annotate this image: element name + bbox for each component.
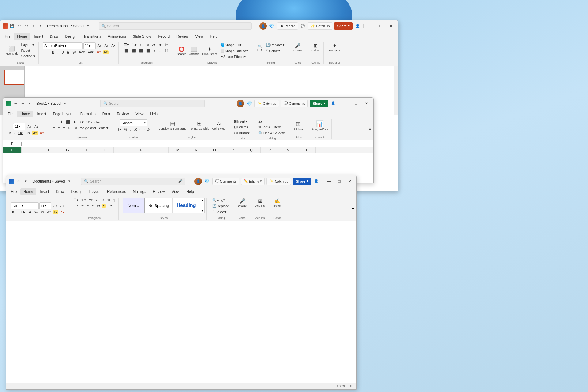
word-menu-insert[interactable]: Insert xyxy=(37,188,52,195)
ppt-columns-btn[interactable]: ⫴▾ xyxy=(164,42,169,47)
excel-col-D[interactable]: D xyxy=(3,147,22,153)
ppt-reset-btn[interactable]: Reset xyxy=(20,48,37,53)
present-quick-btn[interactable]: ▷ xyxy=(30,23,36,29)
word-minimize-btn[interactable]: — xyxy=(325,178,333,185)
ppt-align-center-btn[interactable]: ⬛ xyxy=(130,48,137,53)
excel-col-J[interactable]: J xyxy=(114,147,132,153)
ppt-line-spacing-btn[interactable]: ↕▾ xyxy=(157,42,163,47)
excel-title-dropdown[interactable]: ▾ xyxy=(62,100,68,107)
excel-more-btn[interactable]: ▾ xyxy=(27,100,33,107)
ppt-menu-animations[interactable]: Animations xyxy=(105,33,129,40)
excel-menu-insert[interactable]: Insert xyxy=(34,111,49,117)
ppt-text-dir-btn[interactable]: ↕ xyxy=(153,48,157,53)
ppt-menu-insert[interactable]: Insert xyxy=(31,33,46,40)
excel-addins-btn[interactable]: ⊞ Add-ins xyxy=(292,119,304,131)
ppt-shadow-btn[interactable]: S² xyxy=(71,50,77,55)
word-user-avatar[interactable]: 👤 xyxy=(194,178,202,185)
word-menu-home[interactable]: Home xyxy=(20,188,36,195)
excel-wrap-btn[interactable]: Wrap Text xyxy=(85,120,103,125)
word-align-left-btn[interactable]: ≡ xyxy=(75,204,80,209)
excel-merge-btn[interactable]: Merge and Center ▾ xyxy=(78,125,110,130)
ppt-bullets-btn[interactable]: ☰▾ xyxy=(123,42,130,47)
excel-font-color-btn[interactable]: A▾ xyxy=(39,130,45,136)
undo-quick-btn[interactable]: ↩ xyxy=(16,23,22,29)
ppt-menu-view[interactable]: View xyxy=(192,33,206,40)
excel-analyze-btn[interactable]: 📊 Analyze Data xyxy=(311,119,330,131)
word-styles-up-btn[interactable]: ▲ xyxy=(201,198,204,202)
excel-share-btn[interactable]: Share ▾ xyxy=(310,100,328,107)
excel-indent-inc-btn[interactable]: ⇥ xyxy=(73,125,78,130)
word-indent-dec-btn[interactable]: ⇤ xyxy=(95,198,100,203)
excel-col-S[interactable]: S xyxy=(279,147,297,153)
word-style-nospacing[interactable]: No Spacing xyxy=(145,198,173,213)
ppt-dictate-btn[interactable]: 🎤 Dictate xyxy=(292,42,303,53)
word-font-size[interactable]: 11 ▾ xyxy=(39,202,51,209)
ppt-bold-btn[interactable]: B xyxy=(51,50,56,55)
excel-fill-btn[interactable]: A▾ xyxy=(32,131,38,135)
ppt-smart-art-btn[interactable]: ⟦⟧ xyxy=(164,48,169,53)
excel-maximize-btn[interactable]: □ xyxy=(352,100,360,107)
word-sort-btn[interactable]: ⇅ xyxy=(106,198,111,203)
ppt-layout-btn[interactable]: Layout ▾ xyxy=(20,42,37,47)
ppt-para-spacing-btn[interactable]: ≡▾ xyxy=(150,42,156,47)
excel-col-L[interactable]: L xyxy=(150,147,169,153)
word-font-selector[interactable]: Aptos ▾ xyxy=(11,202,39,209)
excel-menu-file[interactable]: File xyxy=(5,111,17,117)
excel-angle-btn[interactable]: ↗▾ xyxy=(78,119,85,125)
excel-user-avatar[interactable]: 👤 xyxy=(237,100,244,107)
excel-col-T[interactable]: T xyxy=(297,147,316,153)
word-menu-view[interactable]: View xyxy=(169,188,183,195)
excel-col-R[interactable]: R xyxy=(261,147,279,153)
excel-format-btn[interactable]: ⚙ Format ▾ xyxy=(233,130,251,136)
ppt-spacing-btn[interactable]: AV▾ xyxy=(77,50,86,55)
redo-quick-btn[interactable]: ↪ xyxy=(23,23,29,29)
ppt-case-btn[interactable]: Aa▾ xyxy=(87,50,95,55)
word-align-center-btn[interactable]: ≡ xyxy=(80,204,85,209)
word-inc-font-btn[interactable]: A↑ xyxy=(52,203,58,208)
excel-close-btn[interactable]: ✕ xyxy=(362,100,371,107)
excel-format-table-btn[interactable]: ⊞ Format as Table xyxy=(188,119,210,131)
word-comments-btn[interactable]: 💬 Comments xyxy=(212,178,239,185)
word-menu-layout[interactable]: Layout xyxy=(86,188,104,195)
word-styles-scroll[interactable]: ▲ ▼ xyxy=(200,198,205,213)
ppt-menu-transitions[interactable]: Transitions xyxy=(80,33,104,40)
word-indent-inc-btn[interactable]: ⇥ xyxy=(100,198,106,203)
excel-col-K[interactable]: K xyxy=(132,147,150,153)
excel-comma-btn[interactable]: , xyxy=(129,127,133,132)
ppt-text-align2-btn[interactable]: ↔ xyxy=(157,48,163,53)
word-title-dropdown[interactable]: ▾ xyxy=(66,178,72,184)
word-dictate-btn[interactable]: 🎤 Dictate xyxy=(237,198,248,208)
word-menu-help[interactable]: Help xyxy=(183,188,197,195)
word-menu-draw[interactable]: Draw xyxy=(53,188,67,195)
excel-redo-btn[interactable]: ↪ xyxy=(20,100,26,107)
ppt-menu-record[interactable]: Record xyxy=(155,33,173,40)
word-align-right-btn[interactable]: ≡ xyxy=(85,204,90,209)
ppt-record-btn[interactable]: ⏺ Record xyxy=(277,22,298,30)
ppt-menu-design[interactable]: Design xyxy=(62,33,79,40)
excel-search-box[interactable]: 🔍 Search xyxy=(100,100,205,107)
word-menu-review[interactable]: Review xyxy=(150,188,168,195)
word-highlight-btn[interactable]: A▾ xyxy=(53,210,58,214)
excel-person-icon[interactable]: 👤 xyxy=(330,100,336,107)
ppt-shape-fill-btn[interactable]: 🪣 Shape Fill ▾ xyxy=(219,42,249,47)
ppt-maximize-btn[interactable]: □ xyxy=(376,23,385,29)
ppt-quick-styles-btn[interactable]: ✦ Quick Styles xyxy=(201,46,219,56)
word-addins-btn[interactable]: ⊞ Add-ins xyxy=(254,198,266,208)
word-person-icon[interactable]: 👤 xyxy=(313,178,319,184)
excel-minimize-btn[interactable]: — xyxy=(341,100,350,107)
word-copilot-icon[interactable]: 💎 xyxy=(204,178,210,185)
excel-mid-align-btn[interactable]: ⬛ xyxy=(65,119,71,125)
ppt-fontcolor-btn[interactable]: A▾ xyxy=(96,50,102,55)
ppt-section-btn[interactable]: Section ▾ xyxy=(20,54,37,59)
excel-col-E[interactable]: E xyxy=(22,147,40,153)
excel-sort-filter-btn[interactable]: ⇅ Sort & Filter ▾ xyxy=(257,125,286,130)
excel-find-select-btn[interactable]: 🔍 Find & Select ▾ xyxy=(257,130,286,136)
ppt-indent-dec-btn[interactable]: ⇤ xyxy=(139,42,144,47)
excel-underline-btn[interactable]: U▾ xyxy=(17,130,24,136)
word-styles-dn-btn[interactable]: ▼ xyxy=(201,209,204,213)
excel-col-N[interactable]: N xyxy=(187,147,205,153)
word-multilevel-btn[interactable]: ≡▾ xyxy=(88,198,94,203)
word-search-box[interactable]: 🔍 Search 🎤 xyxy=(81,178,185,185)
word-menu-design[interactable]: Design xyxy=(68,188,85,195)
ppt-underline-btn[interactable]: U xyxy=(60,50,65,55)
